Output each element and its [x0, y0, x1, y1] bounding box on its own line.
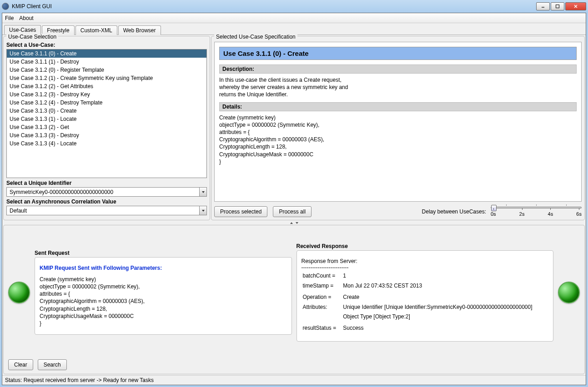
svg-rect-1 [556, 5, 559, 8]
app-icon [2, 3, 9, 10]
window-controls [535, 2, 586, 10]
slider-thumb[interactable] [491, 205, 497, 211]
svg-marker-4 [202, 191, 205, 193]
statusbar: Status: Request received from server -> … [2, 375, 586, 385]
use-case-selection-label: Use-Case Selection [6, 34, 58, 40]
uid-combo[interactable]: SymmetricKey0-000000000000000000000 [6, 187, 207, 197]
spec-title: Use Case 3.1.1 (0) - Create [219, 47, 577, 60]
sent-heading: KMIP Request Sent with Following Paramet… [40, 265, 287, 271]
process-selected-button[interactable]: Process selected [214, 206, 267, 217]
description-header: Description: [219, 64, 577, 74]
delay-slider[interactable]: 0s 2s 4s 6s [491, 207, 582, 217]
table-row: Operation =Create [302, 293, 533, 302]
window-body: File About Use-Cases Freestyle Custom-XM… [2, 13, 586, 385]
table-row [302, 322, 533, 323]
search-button[interactable]: Search [38, 359, 67, 370]
received-response-title: Received Response [297, 243, 554, 249]
async-combo[interactable]: Default [6, 206, 207, 215]
clear-button[interactable]: Clear [8, 359, 33, 370]
description-body: In this use-case the client issues a Cre… [219, 76, 577, 99]
list-item[interactable]: Use Case 3.1.2 (4) - Destroy Template [7, 99, 206, 107]
list-item[interactable]: Use Case 3.1.3 (2) - Get [7, 123, 206, 131]
specification-label: Selected Use-Case Specification [214, 34, 297, 40]
svg-marker-7 [296, 222, 298, 224]
spec-scroll[interactable]: Use Case 3.1.1 (0) - Create Description:… [214, 42, 582, 202]
titlebar: KMIP Client GUI [0, 0, 588, 13]
list-item[interactable]: Use Case 3.1.3 (4) - Locate [7, 139, 206, 148]
chevron-down-icon [295, 222, 299, 224]
sent-request-box[interactable]: KMIP Request Sent with Following Paramet… [35, 257, 292, 335]
table-row: timeStamp =Mon Jul 22 07:43:52 CEST 2013 [302, 282, 533, 290]
tab-web-browser[interactable]: Web Browser [118, 25, 161, 35]
use-case-listbox[interactable]: Use Case 3.1.1 (0) - Create Use Case 3.1… [6, 49, 207, 178]
sent-request-panel: Sent Request KMIP Request Sent with Foll… [35, 250, 292, 335]
tick: 4s [548, 211, 553, 217]
list-item[interactable]: Use Case 3.1.3 (0) - Create [7, 107, 206, 115]
window-title: KMIP Client GUI [12, 3, 535, 10]
list-item[interactable]: Use Case 3.1.1 (1) - Destroy [7, 58, 206, 66]
maximize-button[interactable] [551, 2, 564, 10]
menu-about[interactable]: About [19, 15, 33, 21]
list-item[interactable]: Use Case 3.1.2 (2) - Get Attributes [7, 82, 206, 90]
tab-custom-xml[interactable]: Custom-XML [75, 25, 117, 35]
list-item[interactable]: Use Case 3.1.2 (1) - Create Symmetric Ke… [7, 74, 206, 82]
process-all-button[interactable]: Process all [273, 206, 312, 217]
slider-ticks: 0s 2s 4s 6s [491, 211, 582, 217]
list-item[interactable]: Use Case 3.1.3 (1) - Locate [7, 115, 206, 123]
dropdown-icon[interactable] [199, 206, 206, 215]
process-controls: Process selected Process all Delay betwe… [214, 206, 582, 217]
list-item[interactable]: Use Case 3.1.3 (3) - Destroy [7, 131, 206, 139]
uid-label: Select a Unique Identifier [6, 180, 207, 186]
details-header: Details: [219, 102, 577, 111]
minimize-button[interactable] [536, 2, 550, 10]
specification-panel: Selected Use-Case Specification Use Case… [211, 36, 585, 220]
table-row [302, 291, 533, 292]
tick: 2s [519, 211, 525, 217]
lower-panel: Sent Request KMIP Request Sent with Foll… [3, 225, 585, 374]
table-row: Object Type [Object Type:2] [302, 313, 533, 321]
lower-button-row: Clear Search [8, 359, 580, 370]
received-led-icon [558, 282, 580, 303]
use-case-selection-panel: Use-Case Selection Select a Use-Case: Us… [3, 36, 210, 220]
received-response-panel: Received Response Response from Server: … [297, 243, 554, 341]
table-row: resultStatus =Success [302, 324, 533, 332]
menubar: File About [2, 13, 586, 23]
received-heading: Response from Server: [302, 258, 549, 264]
svg-marker-5 [202, 210, 205, 212]
tick: 6s [576, 211, 582, 217]
sent-led-icon [8, 282, 30, 303]
close-button[interactable] [565, 2, 586, 10]
sent-request-title: Sent Request [35, 250, 292, 256]
async-label: Select an Asynchronous Correlation Value [6, 198, 207, 205]
tab-use-cases[interactable]: Use-Cases [4, 25, 41, 35]
table-row: batchCount =1 [302, 272, 533, 280]
table-row: Attributes:Unique Identifier [Unique Ide… [302, 303, 533, 312]
split-handle[interactable] [2, 221, 586, 225]
upper-row: Use-Case Selection Select a Use-Case: Us… [2, 35, 586, 221]
dropdown-icon[interactable] [199, 188, 206, 196]
list-item[interactable]: Use Case 3.1.2 (0) - Register Template [7, 66, 206, 74]
svg-marker-6 [290, 222, 293, 224]
received-table: batchCount =1 timeStamp =Mon Jul 22 07:4… [302, 271, 534, 333]
request-response-row: Sent Request KMIP Request Sent with Foll… [8, 229, 580, 356]
delay-label: Delay between UseCases: [422, 208, 486, 215]
menu-file[interactable]: File [5, 15, 14, 21]
delay-slider-wrap: Delay between UseCases: 0s 2s 4s 6 [422, 207, 582, 217]
chevron-up-icon [290, 222, 293, 224]
sent-body: Create (symmetric key) objectType = 0000… [40, 276, 287, 327]
uid-value: SymmetricKey0-000000000000000000000 [7, 189, 199, 195]
details-body: Create (symmetric key) objectType = 0000… [219, 114, 577, 165]
select-use-case-label: Select a Use-Case: [6, 42, 207, 48]
list-item[interactable]: Use Case 3.1.2 (3) - Destroy Key [7, 90, 206, 99]
tick: 0s [491, 211, 496, 217]
list-item[interactable]: Use Case 3.1.1 (0) - Create [7, 50, 206, 58]
received-response-box[interactable]: Response from Server: ------------------… [297, 250, 554, 341]
async-value: Default [7, 208, 199, 214]
